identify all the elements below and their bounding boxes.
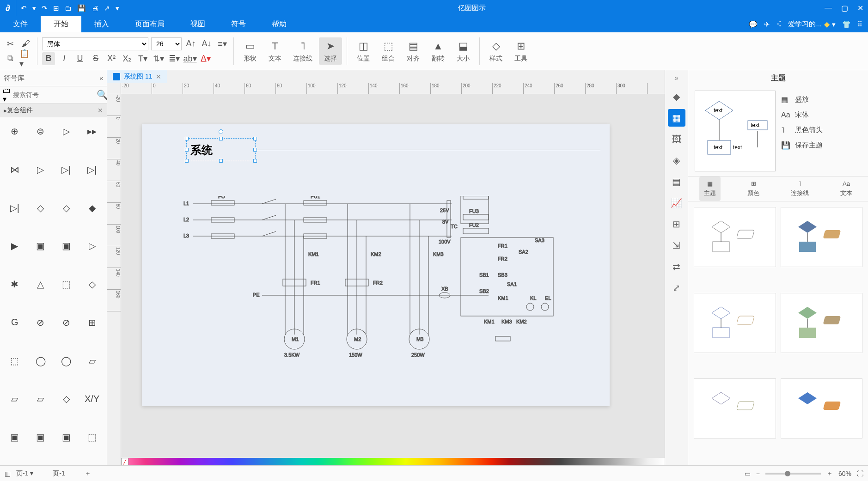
page-tab[interactable]: 页-1 [53, 469, 65, 478]
resize-handle[interactable] [185, 159, 189, 163]
undo-dd-icon[interactable]: ▾ [32, 4, 36, 12]
canvas-scroll[interactable]: 系统 L1 L2 L3 FU [121, 94, 665, 458]
theme-card[interactable] [781, 378, 863, 438]
zoom-in-icon[interactable]: ＋ [826, 469, 833, 478]
add-page-icon[interactable]: ＋ [85, 469, 91, 478]
tshirt-icon[interactable]: 👕 [842, 20, 851, 29]
size-button[interactable]: ⬓大小 [452, 37, 475, 65]
page[interactable]: 系统 L1 L2 L3 FU [142, 124, 610, 406]
symbol-item[interactable]: △ [30, 274, 52, 294]
no-color-swatch[interactable]: ╱ [121, 458, 128, 465]
bold-button[interactable]: B [42, 52, 55, 65]
symbol-item[interactable]: ▸▸ [81, 121, 103, 141]
line-spacing-icon[interactable]: ⇅▾ [152, 52, 165, 65]
symbol-item[interactable]: ▣ [55, 236, 78, 256]
theme-icon[interactable]: ▦ [668, 109, 685, 127]
page-icon[interactable]: ▤ [668, 173, 685, 190]
expand-icon[interactable]: » [672, 72, 680, 84]
symbol-item[interactable]: ▣ [4, 427, 26, 447]
theme-card[interactable] [694, 207, 776, 267]
vtab-theme[interactable]: ▦主题 [699, 177, 721, 201]
symbol-item[interactable]: ⊘ [30, 312, 52, 333]
theme-card[interactable] [781, 293, 863, 353]
symbol-item[interactable]: ▣ [30, 427, 52, 447]
align-button[interactable]: ▤对齐 [402, 37, 425, 65]
symbol-item[interactable]: ⬚ [4, 351, 26, 371]
undo-icon[interactable]: ↶ [21, 4, 27, 12]
font-size-select[interactable]: 26 [151, 37, 182, 50]
text-button[interactable]: T文本 [263, 37, 287, 65]
resize-handle[interactable] [185, 148, 189, 152]
qat-more-icon[interactable]: ▾ [116, 4, 119, 12]
align-icon[interactable]: ≡▾ [216, 37, 229, 50]
underline-button[interactable]: U [73, 52, 86, 65]
symbol-item[interactable]: ▱ [30, 389, 52, 409]
color-swatches[interactable] [128, 458, 665, 465]
symbol-item[interactable]: ⋈ [4, 159, 26, 180]
menu-help[interactable]: 帮助 [259, 16, 300, 32]
theme-save-row[interactable]: 💾保存主题 [781, 141, 862, 150]
zoom-out-icon[interactable]: − [756, 470, 760, 477]
symbol-item[interactable]: ▷ [55, 121, 78, 141]
case-icon[interactable]: T▾ [136, 52, 149, 65]
resize-handle[interactable] [219, 137, 223, 140]
category-close-icon[interactable]: ✕ [98, 107, 103, 114]
symbol-item[interactable]: ◯ [55, 351, 78, 371]
menu-symbol[interactable]: 符号 [218, 16, 259, 32]
new-icon[interactable]: ⊞ [53, 4, 59, 12]
save-icon[interactable]: 💾 [77, 4, 86, 12]
vtab-color[interactable]: ⊞颜色 [743, 177, 764, 201]
fullscreen-icon[interactable]: ⛶ [857, 470, 863, 477]
chart-icon[interactable]: 📈 [668, 194, 685, 212]
symbol-item[interactable]: ◇ [55, 389, 78, 409]
vtab-connector[interactable]: ˥连接线 [786, 177, 813, 201]
search-input[interactable] [13, 91, 94, 98]
superscript-icon[interactable]: X² [105, 52, 118, 65]
schematic-diagram[interactable]: L1 L2 L3 FU [183, 196, 590, 390]
increase-font-icon[interactable]: A↑ [184, 37, 197, 50]
style-button[interactable]: ◇样式 [484, 37, 507, 65]
decrease-font-icon[interactable]: A↓ [200, 37, 213, 50]
symbol-item[interactable]: ⊘ [55, 312, 78, 333]
italic-button[interactable]: I [58, 52, 71, 65]
symbol-item[interactable]: ▣ [55, 427, 78, 447]
expand-icon2[interactable]: ⤢ [668, 279, 685, 297]
select-button[interactable]: ➤选择 [319, 37, 342, 65]
user-menu[interactable]: 爱学习的...◆▾ [788, 20, 836, 29]
fit-icon[interactable]: ▭ [745, 470, 751, 477]
close-icon[interactable]: ✕ [857, 4, 863, 12]
paste-icon[interactable]: 📋▾ [19, 52, 32, 65]
doc-tab[interactable]: 系统图 11 ✕ [107, 70, 167, 83]
symbol-item[interactable]: G [4, 312, 26, 333]
zoom-slider[interactable] [765, 473, 821, 475]
app-logo[interactable]: ∂ [0, 0, 16, 16]
layers-icon[interactable]: ◈ [668, 152, 685, 169]
share-icon[interactable]: ⠪ [776, 20, 782, 29]
copy-icon[interactable]: ⧉ [4, 52, 17, 65]
zoom-knob[interactable] [785, 471, 790, 476]
symbol-item[interactable]: ▷| [55, 159, 78, 180]
symbol-item[interactable]: ▷| [81, 159, 103, 180]
symbol-item[interactable]: ▣ [30, 236, 52, 256]
symbol-item[interactable]: ✱ [4, 274, 26, 294]
pages-icon[interactable]: ▥ [5, 470, 11, 477]
cut-icon[interactable]: ✂ [4, 37, 17, 50]
open-icon[interactable]: 🗀 [65, 4, 72, 12]
color-bar[interactable]: ╱ [121, 458, 665, 465]
symbol-item[interactable]: ◇ [30, 198, 52, 218]
menu-start[interactable]: 开始 [41, 16, 81, 32]
symbol-item[interactable]: ▶ [4, 236, 26, 256]
image-icon[interactable]: 🖼 [668, 130, 685, 148]
connector-button[interactable]: ˥连接线 [288, 37, 317, 65]
highlight-icon[interactable]: ab▾ [183, 52, 196, 65]
group-button[interactable]: ⬚组合 [377, 37, 400, 65]
resize-handle[interactable] [219, 159, 223, 163]
tab-close-icon[interactable]: ✕ [156, 73, 161, 80]
menu-layout[interactable]: 页面布局 [122, 16, 177, 32]
collapse-icon[interactable]: « [99, 74, 103, 82]
symbol-item[interactable]: ▱ [81, 351, 103, 371]
arrange-icon[interactable]: ⇄ [668, 258, 685, 275]
position-button[interactable]: ◫位置 [352, 37, 375, 65]
page-title-text[interactable]: 系统 [190, 143, 213, 158]
symbol-item[interactable]: ⊕ [4, 121, 26, 141]
